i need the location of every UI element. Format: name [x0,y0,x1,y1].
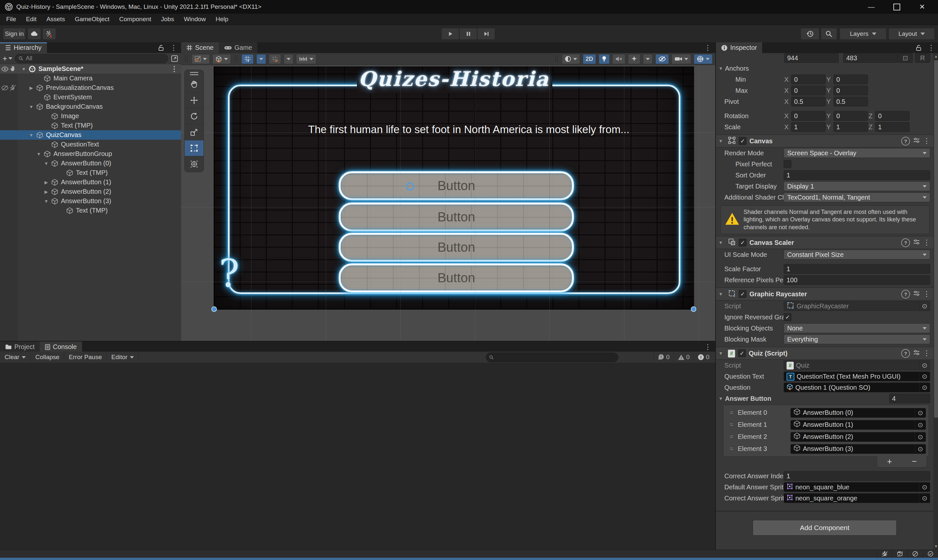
gizmos-dropdown[interactable] [694,54,713,64]
info-count-button[interactable]: ! 0 [654,352,673,363]
hierarchy-row[interactable]: Image [0,111,181,121]
camera-settings-dropdown[interactable] [672,54,691,64]
component-header[interactable]: ▼✓Canvas?⋮ [716,134,933,148]
field-sort-order[interactable]: 1 [784,170,930,180]
warning-count-button[interactable]: ! 0 [673,352,694,363]
scene-picker-icon[interactable] [171,55,179,63]
selection-handle[interactable] [691,306,696,312]
width-field[interactable]: 944 [784,53,839,63]
drag-handle-icon[interactable]: = [726,409,736,416]
rect-tool[interactable] [185,140,203,156]
foldout-right-icon[interactable]: ▶ [42,180,50,185]
hierarchy-row[interactable]: ▶PrevisualizationCanvas [0,83,181,92]
object-field-element-1[interactable]: AnswerButton (1)⊙ [790,420,926,430]
kebab-menu-icon[interactable]: ⋮ [170,44,177,52]
menu-component[interactable]: Component [114,15,156,23]
sign-in-button[interactable]: Sign in [3,28,26,40]
transform-tool[interactable] [185,156,203,172]
object-field-element-0[interactable]: AnswerButton (0)⊙ [790,408,926,418]
hierarchy-row[interactable]: QuestionText [0,140,181,149]
component-enabled-checkbox[interactable]: ✓ [738,349,746,357]
axis-field[interactable]: 0 [833,111,868,121]
object-field-element-3[interactable]: AnswerButton (3)⊙ [790,444,926,454]
lock-icon[interactable] [915,44,922,51]
foldout-down-icon[interactable]: ▼ [42,198,50,204]
array-element-row[interactable]: =Element 0AnswerButton (0)⊙ [726,407,926,419]
foldout-down-icon[interactable]: ▼ [718,138,725,143]
effects-toggle[interactable] [628,54,640,64]
axis-field[interactable]: 1 [791,122,826,132]
array-element-row[interactable]: =Element 2AnswerButton (2)⊙ [726,431,926,443]
foldout-down-icon[interactable]: ▼ [718,66,725,71]
axis-field[interactable]: 1 [875,122,910,132]
error-count-button[interactable]: ! 0 [693,352,713,363]
axis-field[interactable]: 0.5 [791,97,826,106]
object-field-correct-answer-sprite[interactable]: neon_square_orange⊙ [784,493,930,503]
height-field[interactable]: 483 [843,53,898,63]
kebab-menu-icon[interactable]: ⋮ [923,137,930,145]
array-element-row[interactable]: =Element 3AnswerButton (3)⊙ [726,443,926,455]
scene-visibility-toggle[interactable] [655,54,669,64]
kebab-menu-icon[interactable]: ⋮ [171,65,178,73]
component-enabled-checkbox[interactable]: ✓ [739,238,747,246]
foldout-row[interactable]: ▼Anchors [716,63,933,74]
layout-dropdown[interactable]: Layout [889,28,935,40]
component-header[interactable]: ▼#✓Quiz (Script)?⋮ [716,347,933,360]
menu-file[interactable]: File [1,15,21,23]
foldout-down-icon[interactable]: ▼ [20,66,28,72]
quiz-answer-button[interactable]: Button [339,233,574,262]
presets-icon[interactable] [913,137,920,145]
field-scale-factor[interactable]: 1 [784,264,930,274]
code-coverage-status-button[interactable] [923,550,938,558]
hierarchy-row[interactable]: ▼BackgroundCanvas [0,102,181,111]
console-editor-button[interactable]: Editor [107,352,139,363]
kebab-menu-icon[interactable]: ⋮ [923,238,930,247]
menu-window[interactable]: Window [179,15,211,23]
kebab-menu-icon[interactable]: ⋮ [704,343,711,351]
dropdown-target-display[interactable]: Display 1 [784,182,930,191]
hierarchy-row[interactable]: ▼AnswerButton (0) [0,158,181,168]
tab-scene[interactable]: Scene [181,42,219,53]
foldout-down-icon[interactable]: ▼ [718,291,725,297]
axis-field[interactable]: 1 [833,122,868,132]
presets-icon[interactable] [913,290,920,298]
hierarchy-row[interactable]: Text (TMP) [0,168,181,177]
console-error-pause-button[interactable]: Error Pause [64,352,106,363]
axis-field[interactable]: 0 [833,75,868,84]
add-element-button[interactable]: + [877,455,902,467]
console-search-input[interactable] [486,352,618,362]
axis-field[interactable]: 0 [833,86,868,95]
hierarchy-row[interactable]: Text (TMP) [0,206,181,215]
undo-history-button[interactable] [801,28,819,40]
axis-field[interactable]: 0 [791,86,826,95]
console-collapse-button[interactable]: Collapse [31,352,64,363]
search-button[interactable] [821,28,837,40]
minimize-icon[interactable]: — [868,3,875,11]
presets-icon[interactable] [913,349,920,357]
lock-icon[interactable] [158,44,164,51]
add-component-button[interactable]: Add Component [753,520,896,535]
menu-gameobject[interactable]: GameObject [70,15,114,23]
view-hand-tool[interactable] [185,77,203,92]
object-picker-icon[interactable]: ⊙ [919,372,930,381]
object-field-script[interactable]: GraphicRaycaster⊙ [784,301,930,311]
component-enabled-checkbox[interactable]: ✓ [739,137,747,145]
console-clear-button[interactable]: Clear [0,352,31,363]
object-picker-icon[interactable]: ⊙ [915,420,926,429]
object-picker-icon[interactable]: ⊙ [915,408,926,417]
quiz-answer-button[interactable]: Button [339,203,574,231]
object-field-default-answer-sprite[interactable]: neon_square_blue⊙ [784,482,930,492]
inspector-scrollbar[interactable]: ▲ ▼ [933,53,938,549]
tab-project[interactable]: Project [0,342,40,352]
foldout-down-icon[interactable]: ▼ [35,151,43,157]
grid-snapping-toggle[interactable]: Y [241,54,254,64]
object-picker-icon[interactable]: ⊙ [919,383,930,392]
close-icon[interactable]: ✕ [919,3,925,11]
drag-handle-icon[interactable]: = [726,421,736,428]
axis-field[interactable]: 0.5 [833,97,868,106]
axis-field[interactable]: 0 [791,111,826,121]
checkbox-pixel-perfect[interactable] [784,160,792,168]
scene-viewport[interactable]: Quizes-Historia The first human life to … [181,65,715,341]
dropdown-ui-scale-mode[interactable]: Constant Pixel Size [784,250,930,260]
snap-increment-dropdown[interactable] [284,54,293,64]
